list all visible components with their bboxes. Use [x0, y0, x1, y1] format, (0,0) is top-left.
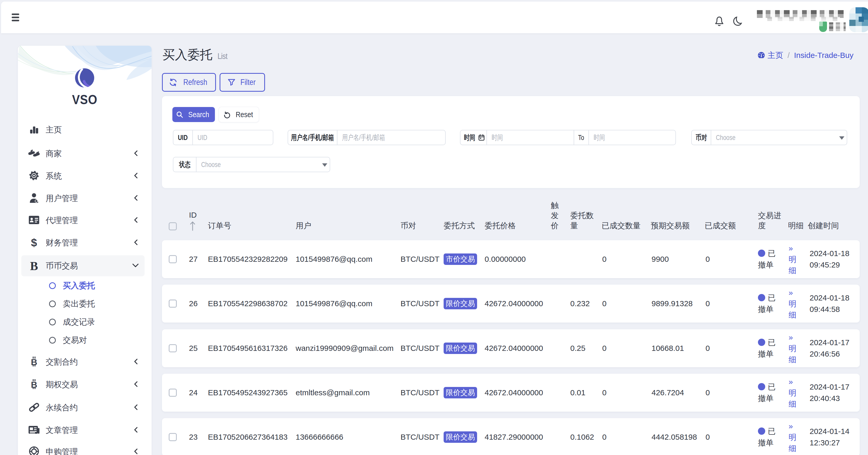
svg-text:B: B [31, 380, 37, 390]
svg-text:B: B [31, 357, 37, 367]
